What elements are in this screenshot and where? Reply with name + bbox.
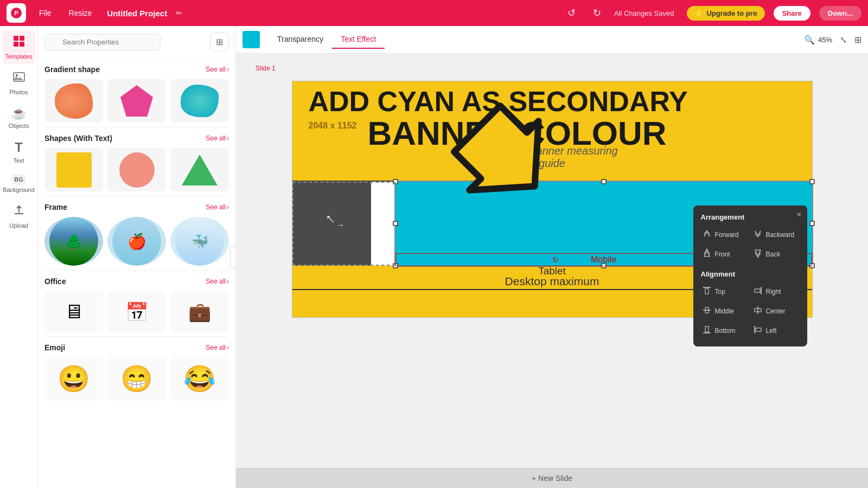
resize-handle-top-right[interactable] — [809, 179, 815, 184]
sidebar-item-objects[interactable]: ☕ Objects — [3, 102, 35, 133]
svg-rect-5 — [20, 42, 24, 47]
frame-item[interactable]: 🐳 — [170, 217, 229, 266]
rotate-icon[interactable]: ↻ — [552, 255, 559, 264]
file-menu[interactable]: File — [35, 7, 56, 20]
photos-icon — [12, 70, 25, 87]
svg-text:P: P — [14, 10, 18, 16]
gradient-shape-see-all[interactable]: See all › — [206, 66, 229, 73]
svg-point-7 — [16, 74, 18, 76]
frame-item[interactable]: 🌲 — [44, 217, 103, 266]
color-swatch[interactable] — [242, 31, 260, 48]
gradient-shape-title: Gradient shape — [44, 65, 100, 74]
download-button[interactable]: Down... — [819, 6, 861, 21]
expand-icon[interactable]: ⤡ — [840, 35, 847, 45]
emoji-title: Emoji — [44, 343, 65, 352]
backward-icon — [753, 229, 763, 241]
sidebar-item-photos[interactable]: Photos — [3, 66, 35, 100]
blob-blue-shape — [181, 85, 219, 117]
app-logo[interactable]: P — [7, 3, 26, 23]
top-navigation: P File Resize Untitled Project ✏ ↺ ↻ All… — [0, 0, 868, 26]
sidebar-item-label: Upload — [9, 222, 28, 229]
shapes-text-item[interactable] — [170, 148, 229, 191]
search-input[interactable] — [44, 34, 161, 50]
zoom-control: 🔍 45% ⤡ ⊞ — [804, 35, 861, 45]
office-item-monitor[interactable]: 🖥 — [44, 291, 103, 332]
resize-menu[interactable]: Resize — [65, 7, 97, 20]
edit-title-icon[interactable]: ✏ — [176, 9, 182, 17]
sidebar-item-upload[interactable]: Upload — [3, 200, 35, 233]
upload-icon — [12, 204, 25, 220]
resize-handle-top-left[interactable] — [393, 179, 398, 184]
align-center-button[interactable]: Center — [752, 303, 800, 319]
objects-icon: ☕ — [11, 106, 26, 120]
close-arrangement-button[interactable]: × — [796, 210, 801, 220]
emoji-item-grin[interactable]: 😀 — [44, 357, 103, 401]
front-button[interactable]: Front — [701, 246, 749, 262]
green-triangle-shape — [182, 155, 218, 185]
align-top-button[interactable]: Top — [701, 284, 749, 300]
zoom-icon[interactable]: 🔍 — [804, 35, 815, 45]
office-item-calendar[interactable]: 📅 — [107, 291, 166, 332]
sidebar-item-background[interactable]: BG Background — [3, 170, 35, 197]
share-button[interactable]: Share — [774, 6, 810, 21]
canvas-toolbar: Transparency Text Effect 🔍 45% ⤡ ⊞ — [236, 26, 868, 54]
collapse-panel-button[interactable]: ‹ — [230, 246, 236, 268]
briefcase-icon: 💼 — [188, 301, 211, 323]
zoom-level: 45% — [818, 36, 832, 44]
upgrade-button[interactable]: ⭐ Upgrade to pro — [687, 6, 764, 21]
align-left-button[interactable]: Left — [752, 323, 800, 339]
frame-see-all[interactable]: See all › — [206, 203, 229, 211]
resize-handle-middle-left[interactable] — [393, 221, 398, 226]
filter-button[interactable]: ⊞ — [210, 33, 229, 52]
front-icon — [702, 248, 712, 260]
shapes-text-item[interactable] — [44, 148, 103, 191]
chevron-right-icon: › — [227, 344, 229, 351]
shapes-text-item[interactable] — [107, 148, 166, 191]
shapes-with-text-see-all[interactable]: See all › — [206, 134, 229, 142]
sidebar-item-text[interactable]: T Text — [3, 136, 35, 168]
peach-circle-shape — [119, 152, 155, 188]
align-middle-button[interactable]: Middle — [701, 303, 749, 319]
transparency-tab[interactable]: Transparency — [269, 30, 332, 49]
slide-container[interactable]: ADD CYAN AS SECONDARY 2048 x 1152 BANNER… — [292, 81, 813, 318]
project-title[interactable]: Untitled Project — [107, 9, 167, 18]
slide-label: Slide 1 — [256, 65, 276, 72]
align-top-icon — [702, 286, 712, 298]
forward-button[interactable]: Forward — [701, 227, 749, 243]
new-slide-button[interactable]: + New Slide — [236, 468, 868, 488]
sidebar-item-templates[interactable]: Templates — [3, 30, 35, 64]
redo-button[interactable]: ↻ — [589, 5, 605, 21]
backward-button[interactable]: Backward — [752, 227, 800, 243]
forward-icon — [702, 229, 712, 241]
frame-item[interactable]: 🍎 — [107, 217, 166, 266]
emoji-item-laugh[interactable]: 😁 — [107, 357, 166, 401]
align-right-icon — [753, 286, 763, 298]
icon-sidebar: Templates Photos ☕ Objects T Text BG Bac… — [0, 26, 38, 488]
emoji-item-tears[interactable]: 😂 — [170, 357, 229, 401]
calendar-icon: 📅 — [125, 301, 148, 323]
gradient-shape-item[interactable] — [44, 79, 103, 123]
arrangement-panel: × Arrangement Forward — [693, 206, 807, 346]
emoji-see-all[interactable]: See all › — [206, 344, 229, 351]
back-button[interactable]: Back — [752, 246, 800, 262]
office-item-briefcase[interactable]: 💼 — [170, 291, 229, 332]
office-title: Office — [44, 277, 66, 286]
office-see-all[interactable]: See all › — [206, 278, 229, 285]
pentagon-shape — [120, 85, 153, 117]
align-right-button[interactable]: Right — [752, 284, 800, 300]
align-bottom-button[interactable]: Bottom — [701, 323, 749, 339]
gradient-shape-item[interactable] — [170, 79, 229, 123]
resize-handle-middle-right[interactable] — [809, 221, 815, 226]
gradient-shape-item[interactable] — [107, 79, 166, 123]
blob-orange-shape — [55, 84, 93, 119]
gradient-shape-section: Gradient shape See all › — [38, 59, 235, 127]
resize-handle-top-middle[interactable] — [601, 179, 607, 184]
undo-button[interactable]: ↺ — [563, 5, 580, 21]
shapes-with-text-title: Shapes (With Text) — [44, 134, 112, 143]
svg-rect-24 — [756, 328, 761, 331]
background-icon: BG — [12, 175, 25, 184]
fullscreen-icon[interactable]: ⊞ — [854, 35, 861, 45]
text-effect-tab[interactable]: Text Effect — [332, 30, 385, 49]
white-strip — [371, 182, 395, 266]
sidebar-item-label: Background — [3, 187, 35, 193]
